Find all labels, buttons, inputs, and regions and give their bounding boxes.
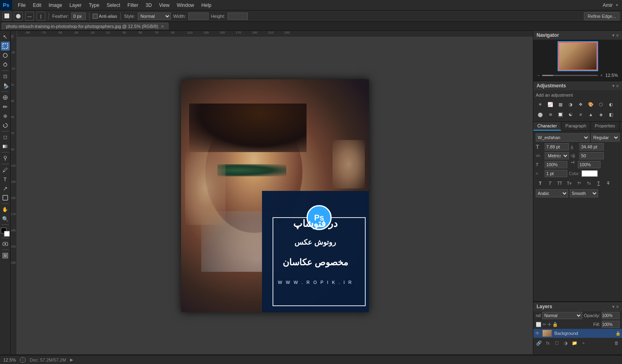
uppercase-btn[interactable]: TT — [555, 179, 564, 188]
kerning-select[interactable]: Metrics Optical 0 — [545, 152, 569, 159]
eraser-tool[interactable]: ◻ — [1, 133, 10, 142]
history-brush-tool[interactable] — [1, 121, 10, 130]
menu-view[interactable]: View — [156, 1, 173, 9]
new-group-btn[interactable]: 📁 — [571, 339, 579, 347]
menu-type[interactable]: Type — [85, 1, 102, 9]
dodge-tool[interactable] — [1, 154, 10, 163]
anti-alias-check[interactable] — [93, 14, 98, 19]
baseline-input[interactable] — [545, 170, 567, 177]
color-swatch[interactable] — [582, 170, 598, 177]
tracking-input[interactable] — [579, 152, 604, 159]
navigator-menu[interactable]: ≡ — [616, 33, 619, 38]
selective-color-adj[interactable]: ◈ — [596, 110, 605, 119]
path-select-tool[interactable]: ↗ — [1, 184, 10, 193]
adj-collapse[interactable]: ▾ — [612, 83, 615, 89]
layers-collapse[interactable]: ▾ — [612, 304, 615, 309]
lock-image-icon[interactable]: ✏ — [543, 322, 546, 327]
font-style-select[interactable]: Regular — [591, 133, 620, 142]
menu-3d[interactable]: 3D — [142, 1, 155, 9]
move-tool[interactable]: ↖ — [1, 32, 10, 41]
navigator-collapse[interactable]: ▾ — [612, 33, 615, 38]
menu-filter[interactable]: Filter — [124, 1, 142, 9]
layers-header[interactable]: Layers ▾ ≡ — [533, 302, 622, 311]
bw-adj[interactable]: ◐ — [607, 100, 616, 109]
zoom-out-btn[interactable]: − — [537, 73, 540, 78]
tab-paragraph[interactable]: Paragraph — [561, 122, 590, 131]
add-style-btn[interactable]: fx — [544, 339, 552, 347]
bold-btn[interactable]: T — [536, 179, 545, 188]
feather-input[interactable] — [71, 13, 86, 20]
menu-help[interactable]: Help — [198, 1, 215, 9]
menu-layer[interactable]: Layer — [66, 1, 85, 9]
fg-bg-colors[interactable] — [1, 228, 10, 237]
leading-input[interactable] — [579, 143, 604, 150]
navigator-header[interactable]: Navigator ▾ ≡ — [533, 31, 622, 40]
h-scale-input[interactable] — [545, 161, 567, 168]
marquee-single-row-btn[interactable]: — — [25, 12, 34, 21]
menu-edit[interactable]: Edit — [30, 1, 45, 9]
v-scale-input[interactable] — [578, 161, 601, 168]
zoom-tool[interactable]: 🔍 — [1, 214, 10, 223]
shape-tool[interactable] — [1, 193, 10, 202]
color-lookup-adj[interactable]: 🔲 — [556, 110, 565, 119]
photo-filter-adj[interactable]: ⬤ — [536, 110, 545, 119]
refine-edge-btn[interactable]: Refine Edge... — [584, 12, 620, 20]
invert-adj[interactable]: ☯ — [566, 110, 575, 119]
font-family-select[interactable]: W_esfahan — [536, 133, 590, 142]
channel-mixer-adj[interactable]: ≋ — [546, 110, 555, 119]
anti-alias-checkbox[interactable]: Anti-alias — [93, 14, 117, 19]
gradient-tool[interactable] — [1, 142, 10, 151]
marquee-tool[interactable] — [1, 42, 10, 51]
user-dropdown-arrow[interactable]: ▾ — [616, 3, 618, 7]
underline-btn[interactable]: T — [594, 179, 603, 188]
menu-select[interactable]: Select — [103, 1, 123, 9]
hue-sat-adj[interactable]: 🎨 — [586, 100, 595, 109]
superscript-btn[interactable]: T² — [575, 179, 584, 188]
tab-character[interactable]: Character — [533, 122, 561, 131]
lock-position-icon[interactable]: ✛ — [547, 322, 551, 327]
exposure-adj[interactable]: ◑ — [566, 100, 575, 109]
tab-properties[interactable]: Properties — [591, 122, 620, 131]
zoom-in-btn[interactable]: + — [600, 73, 603, 78]
clone-stamp-tool[interactable]: ⊕ — [1, 112, 10, 121]
font-size-input[interactable] — [545, 143, 569, 150]
blend-mode-select[interactable]: Normal Multiply Screen — [542, 312, 582, 319]
strikethrough-btn[interactable]: T — [604, 179, 613, 188]
smallcaps-btn[interactable]: Tᴛ — [565, 179, 574, 188]
layer-eye-icon[interactable]: 👁 — [535, 330, 540, 336]
gradient-map-adj[interactable]: ◧ — [607, 110, 616, 119]
color-balance-adj[interactable]: ⬡ — [596, 100, 605, 109]
subscript-btn[interactable]: T₂ — [584, 179, 593, 188]
curves-adj[interactable]: 📈 — [546, 100, 555, 109]
status-arrow-btn[interactable]: ▶ — [70, 358, 73, 362]
lock-transparent-icon[interactable]: ⬜ — [536, 322, 541, 327]
crop-tool[interactable]: ⊡ — [1, 72, 10, 81]
pen-tool[interactable]: 🖊 — [1, 165, 10, 174]
brush-tool[interactable]: ✏ — [1, 102, 10, 111]
adjustments-header[interactable]: Adjustments ▾ ≡ — [533, 81, 622, 90]
new-layer-btn[interactable]: + — [579, 339, 588, 347]
eyedropper-tool[interactable]: 🔬 — [0, 80, 11, 92]
marquee-ellipse-btn[interactable]: ⬤ — [14, 12, 23, 21]
lasso-tool[interactable] — [1, 51, 10, 60]
levels-adj[interactable]: ▦ — [556, 100, 565, 109]
fill-input[interactable] — [602, 321, 620, 328]
canvas-viewport[interactable]: Ps در فتوشاپ روتوش عکس مخصوص عکاسان W W … — [17, 37, 533, 354]
menu-window[interactable]: Window — [174, 1, 198, 9]
image-tab[interactable]: photo-retouch-training-in-photoshop-for-… — [2, 23, 168, 30]
menu-image[interactable]: Image — [45, 1, 65, 9]
background-layer-row[interactable]: 👁 Background 🔒 — [533, 329, 622, 338]
background-color[interactable] — [4, 231, 10, 237]
delete-layer-btn[interactable]: 🗑 — [612, 339, 620, 347]
threshold-adj[interactable]: ▲ — [586, 110, 595, 119]
italic-btn[interactable]: T — [545, 179, 554, 188]
marquee-single-col-btn[interactable]: | — [36, 12, 45, 21]
new-adj-layer-btn[interactable]: ◑ — [562, 339, 570, 347]
posterize-adj[interactable]: ≡ — [576, 110, 585, 119]
screen-mode-btn[interactable] — [1, 251, 10, 260]
healing-brush-tool[interactable] — [1, 93, 10, 102]
layers-menu[interactable]: ≡ — [616, 304, 619, 309]
anti-alias-select[interactable]: Smooth Sharp Crisp Strong — [570, 189, 598, 197]
lock-all-icon[interactable]: 🔒 — [552, 322, 558, 327]
brightness-adj[interactable]: ☀ — [536, 100, 545, 109]
